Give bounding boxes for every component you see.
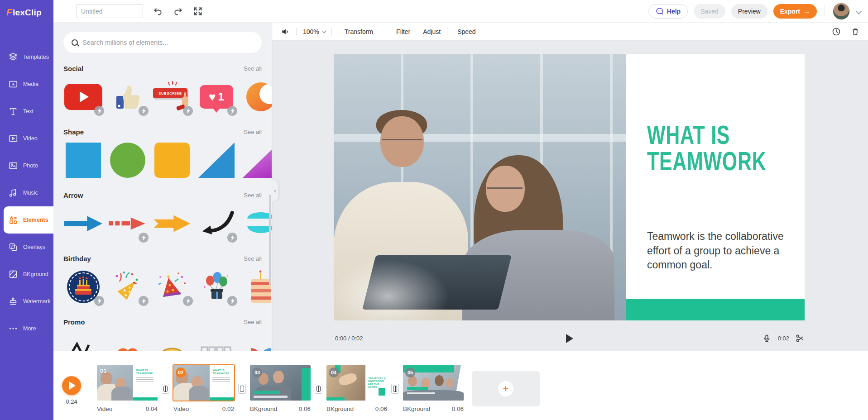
transition-button[interactable] <box>315 384 322 394</box>
clip-type: BKground <box>403 406 430 412</box>
fullscreen-icon[interactable] <box>193 6 203 16</box>
see-all-link[interactable]: See all <box>244 255 262 262</box>
element-balloons-gift[interactable] <box>197 269 236 305</box>
element-promo-partial-1[interactable] <box>63 332 103 351</box>
element-subscribe-button[interactable]: SUBSCRIBE <box>152 79 192 115</box>
element-birthday-cake-badge[interactable] <box>63 269 103 305</box>
panel-collapse-handle[interactable]: ‹ <box>272 180 278 201</box>
element-black-curved-arrow[interactable] <box>197 205 236 242</box>
templates-icon <box>8 52 18 62</box>
search-icon <box>72 39 78 46</box>
video-preview-canvas[interactable]: WHAT IS TEAMWORK Teamwork is the collabo… <box>334 54 805 320</box>
preview-heading[interactable]: WHAT IS TEAMWORK <box>647 122 758 174</box>
element-party-hat[interactable] <box>152 269 192 305</box>
transform-button[interactable]: Transform <box>332 28 386 35</box>
clip-number: 03 <box>252 368 262 377</box>
element-birthday-cake-partial[interactable] <box>241 269 272 305</box>
clip-number: 05 <box>405 368 415 377</box>
search-bar[interactable] <box>63 32 262 53</box>
account-chevron-down-icon[interactable] <box>856 9 862 14</box>
transition-button[interactable] <box>238 384 246 394</box>
element-cyan-shape-partial[interactable] <box>241 205 272 242</box>
heart-icon: ♥ <box>209 91 216 103</box>
see-all-link[interactable]: See all <box>244 319 262 325</box>
preview-body-text[interactable]: Teamwork is the collaborative effort of … <box>647 229 799 272</box>
clip-overlay-heading <box>407 387 428 390</box>
sidebar-item-bkground[interactable]: BKground <box>0 261 53 288</box>
clip-duration: 0:04 <box>146 406 158 412</box>
element-blue-arrow[interactable] <box>63 205 103 242</box>
sidebar-item-text[interactable]: Text <box>0 98 53 125</box>
bkground-icon <box>8 269 18 279</box>
project-title-input[interactable] <box>76 4 143 18</box>
element-promo-partial-2[interactable] <box>108 332 148 351</box>
element-yellow-rounded-square[interactable] <box>152 142 192 178</box>
animated-badge-icon <box>183 106 193 116</box>
sidebar-item-watermark[interactable]: Watermark <box>0 288 53 315</box>
element-promo-partial-5[interactable] <box>241 332 272 351</box>
sidebar-item-more[interactable]: More <box>0 315 53 342</box>
playbar: 0:00 / 0:02 0:02 <box>272 327 868 349</box>
timeline-clip-01[interactable]: WHAT IS TEAMWORK 01 Video 0:04 <box>97 365 158 412</box>
sidebar-nav: Templates Media Text Video Photo Music <box>0 43 53 342</box>
sidebar-item-music[interactable]: Music <box>0 179 53 206</box>
redo-icon[interactable] <box>173 6 183 16</box>
clip-duration: 0:06 <box>299 406 311 412</box>
see-all-link[interactable]: See all <box>244 129 262 135</box>
timeline-clip-05[interactable]: 05 BKground 0:06 <box>403 365 464 412</box>
trash-icon[interactable] <box>851 27 860 36</box>
main-sidebar: FlexClip Templates Media Text Video Phot… <box>0 0 53 420</box>
element-like-thumb[interactable] <box>108 79 148 115</box>
clip-duration: 0:02 <box>222 406 234 412</box>
total-duration: 0:24 <box>62 398 81 405</box>
animated-badge-icon <box>94 296 104 306</box>
element-blue-right-triangle[interactable] <box>197 142 236 178</box>
sidebar-item-overlays[interactable]: Overlays <box>0 234 53 261</box>
transition-button[interactable] <box>391 384 399 394</box>
search-input[interactable] <box>82 39 254 46</box>
flexclip-logo[interactable]: FlexClip <box>0 0 53 18</box>
element-green-circle[interactable] <box>108 142 148 178</box>
element-promo-partial-4[interactable] <box>197 332 236 351</box>
history-clock-icon[interactable] <box>832 27 841 36</box>
avatar[interactable] <box>833 3 850 20</box>
help-button[interactable]: Help <box>648 4 688 19</box>
export-button[interactable]: Export → <box>773 4 817 19</box>
sidebar-item-templates[interactable]: Templates <box>0 43 53 71</box>
zoom-level-dropdown[interactable]: 100% <box>297 28 331 35</box>
panel-scrollbar[interactable] <box>269 195 271 285</box>
element-youtube-play[interactable] <box>63 79 103 115</box>
element-party-popper[interactable] <box>108 269 148 305</box>
element-promo-partial-3[interactable] <box>152 332 192 351</box>
element-blue-square[interactable] <box>63 142 103 178</box>
element-heart-like[interactable]: ♥ 1 <box>197 79 236 115</box>
undo-icon[interactable] <box>153 6 163 16</box>
element-yellow-arrow[interactable] <box>152 205 192 242</box>
add-scene-button[interactable]: + <box>472 371 540 406</box>
timeline-clip-03[interactable]: 03 BKground 0:06 <box>250 365 311 412</box>
element-magenta-triangle-partial[interactable] <box>241 142 272 178</box>
see-all-link[interactable]: See all <box>244 192 262 199</box>
element-red-dashed-arrow[interactable] <box>108 205 148 242</box>
timeline-clip-02-selected[interactable]: WHAT IS TEAMWORK 02 Video 0:02 <box>173 365 234 412</box>
filter-button[interactable]: Filter <box>386 28 417 35</box>
element-orange-shape-partial[interactable] <box>241 79 272 115</box>
mute-speaker-icon[interactable] <box>272 27 296 36</box>
microphone-icon[interactable] <box>762 334 772 343</box>
section-birthday: Birthday See all <box>63 255 262 305</box>
sidebar-item-media[interactable]: Media <box>0 71 53 98</box>
transition-button[interactable] <box>162 384 169 394</box>
timeline-play-button[interactable] <box>62 376 81 395</box>
adjust-button[interactable]: Adjust <box>417 28 447 35</box>
sidebar-item-elements[interactable]: Elements <box>4 206 53 234</box>
play-button[interactable] <box>566 334 573 343</box>
preview-button[interactable]: Preview <box>731 4 767 19</box>
sidebar-item-photo[interactable]: Photo <box>0 152 53 179</box>
sidebar-item-video[interactable]: Video <box>0 125 53 152</box>
text-icon <box>8 106 18 116</box>
timeline-clip-04[interactable]: CREATIVITY & INNOVATION ARE THE NORMS 04… <box>326 365 387 412</box>
speed-button[interactable]: Speed <box>447 28 482 35</box>
clip-type: Video <box>173 406 189 412</box>
see-all-link[interactable]: See all <box>244 65 262 72</box>
scissors-trim-icon[interactable] <box>796 334 805 343</box>
